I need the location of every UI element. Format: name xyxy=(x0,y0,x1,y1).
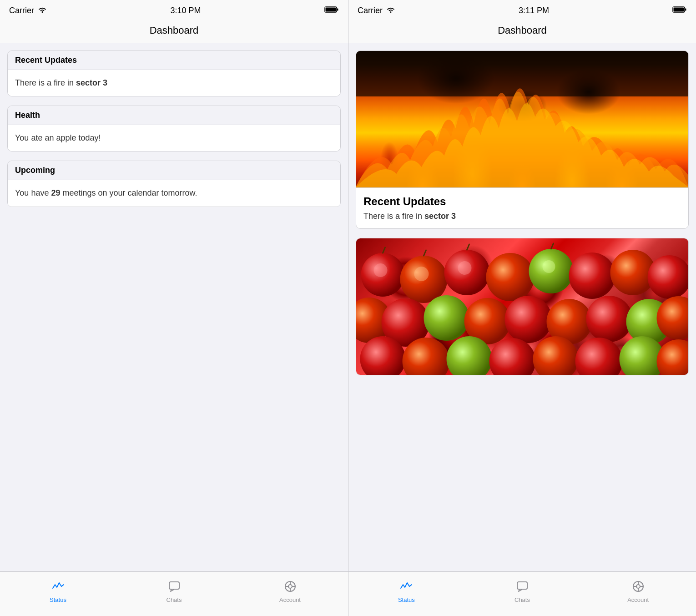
content-left: Recent Updates There is a fire in sector… xyxy=(0,43,348,571)
svg-point-19 xyxy=(414,267,429,281)
recent-updates-card: Recent Updates There is a fire in sector… xyxy=(7,50,341,96)
health-image-card xyxy=(356,238,689,375)
phone-screen-left: Carrier 3:10 PM Dashboard xyxy=(0,0,348,616)
svg-point-0 xyxy=(42,11,43,13)
status-icon-left xyxy=(52,580,65,595)
health-header-text: Health xyxy=(15,111,40,120)
fire-image xyxy=(356,51,688,187)
tab-status-label-left: Status xyxy=(50,596,66,603)
nav-bar-left: Dashboard xyxy=(0,20,348,43)
chats-icon-left xyxy=(168,580,181,595)
battery-icon xyxy=(324,6,339,15)
health-body-text: You ate an apple today! xyxy=(15,133,101,142)
svg-line-47 xyxy=(467,244,469,250)
tab-account-label-left: Account xyxy=(279,596,301,603)
tab-chats-left[interactable]: Chats xyxy=(156,580,192,603)
nav-bar-right: Dashboard xyxy=(348,20,696,43)
tab-account-left[interactable]: Account xyxy=(272,580,308,603)
status-bar-right-section xyxy=(324,6,339,15)
svg-rect-4 xyxy=(169,582,179,589)
upcoming-header-text: Upcoming xyxy=(15,166,55,175)
health-body: You ate an apple today! xyxy=(8,125,340,151)
tab-status-label-right: Status xyxy=(398,596,415,603)
upcoming-card: Upcoming You have 29 meetings on your ca… xyxy=(7,161,341,207)
status-bar-right-right-section xyxy=(672,6,687,15)
battery-icon-right xyxy=(672,6,687,15)
status-bar-right-left-section: Carrier xyxy=(358,6,395,15)
svg-point-42 xyxy=(575,338,623,375)
content-right: Recent Updates There is a fire in sector… xyxy=(348,43,696,571)
status-bar-right: Carrier 3:11 PM xyxy=(348,0,696,20)
svg-point-34 xyxy=(586,296,633,342)
carrier-label-right: Carrier xyxy=(358,6,383,15)
svg-point-6 xyxy=(288,585,292,588)
recent-updates-body-text: There is a fire in sector 3 xyxy=(15,78,107,87)
svg-point-25 xyxy=(569,252,615,299)
apples-image xyxy=(356,238,688,375)
fire-card-title: Recent Updates xyxy=(363,195,681,208)
svg-rect-2 xyxy=(337,9,338,11)
recent-updates-image-card: Recent Updates There is a fire in sector… xyxy=(356,50,689,229)
status-bar-time: 3:10 PM xyxy=(170,6,201,15)
svg-line-46 xyxy=(424,250,426,256)
svg-rect-49 xyxy=(517,582,527,589)
tab-status-right[interactable]: Status xyxy=(388,580,424,603)
health-card: Health You ate an apple today! xyxy=(7,106,341,151)
status-bar-time-right: 3:11 PM xyxy=(519,6,549,15)
recent-updates-header-text: Recent Updates xyxy=(15,56,77,65)
svg-point-40 xyxy=(489,338,536,375)
upcoming-body: You have 29 meetings on your calendar to… xyxy=(8,180,340,206)
svg-point-30 xyxy=(424,295,469,341)
tab-chats-label-left: Chats xyxy=(166,596,182,603)
tab-account-right[interactable]: Account xyxy=(620,580,656,603)
recent-updates-body: There is a fire in sector 3 xyxy=(8,70,340,96)
dashboard-title-right: Dashboard xyxy=(498,25,547,36)
svg-rect-14 xyxy=(674,8,684,12)
status-bar-left-section: Carrier xyxy=(9,6,47,15)
upcoming-header: Upcoming xyxy=(8,161,340,180)
fire-card-content: Recent Updates There is a fire in sector… xyxy=(356,188,688,228)
chats-icon-right xyxy=(516,580,529,595)
tab-chats-label-right: Chats xyxy=(514,596,530,603)
health-header: Health xyxy=(8,106,340,125)
tab-bar-right: Status Chats Acc xyxy=(348,571,696,616)
tab-chats-right[interactable]: Chats xyxy=(504,580,540,603)
svg-rect-13 xyxy=(685,9,686,11)
svg-point-11 xyxy=(390,11,392,13)
svg-line-48 xyxy=(551,243,554,249)
recent-updates-header: Recent Updates xyxy=(8,51,340,70)
tab-bar-left: Status Chats Acc xyxy=(0,571,348,616)
wifi-icon xyxy=(38,6,47,15)
dashboard-title-left: Dashboard xyxy=(150,25,199,36)
svg-point-51 xyxy=(636,585,640,588)
svg-point-22 xyxy=(486,253,535,301)
account-icon-left xyxy=(284,580,297,595)
svg-rect-15 xyxy=(356,51,688,96)
svg-point-21 xyxy=(458,261,472,275)
fire-card-body: There is a fire in sector 3 xyxy=(363,212,681,221)
tab-account-label-right: Account xyxy=(627,596,649,603)
svg-line-45 xyxy=(383,247,385,253)
svg-point-44 xyxy=(657,339,689,375)
status-icon-right xyxy=(400,580,413,595)
upcoming-body-text: You have 29 meetings on your calendar to… xyxy=(15,188,197,197)
account-icon-right xyxy=(632,580,645,595)
phone-screen-right: Carrier 3:11 PM Dashboard xyxy=(348,0,696,616)
wifi-icon-right xyxy=(386,6,395,15)
svg-rect-3 xyxy=(326,8,336,12)
status-bar-left: Carrier 3:10 PM xyxy=(0,0,348,20)
svg-point-32 xyxy=(505,296,552,343)
tab-status-left[interactable]: Status xyxy=(40,580,76,603)
svg-point-27 xyxy=(648,255,689,299)
svg-point-17 xyxy=(374,263,388,277)
svg-point-24 xyxy=(543,260,555,273)
carrier-label: Carrier xyxy=(9,6,34,15)
